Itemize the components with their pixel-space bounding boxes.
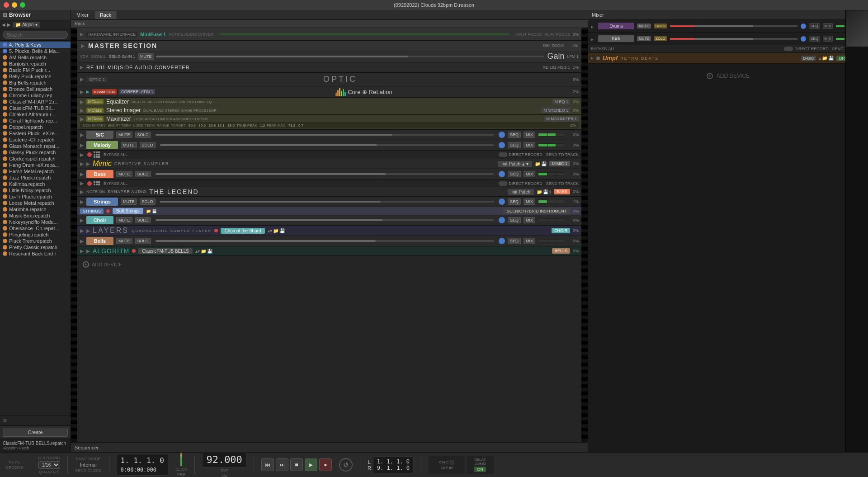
mixer-drums-solo[interactable]: SOLO <box>654 24 667 28</box>
rewind-button[interactable]: ⏮ <box>261 458 274 471</box>
list-item[interactable]: Big Bells.repatch <box>0 80 71 86</box>
mimic-expand-icon[interactable]: ▶ <box>80 152 84 158</box>
layers-preset-icon[interactable]: ▴▾ <box>268 228 272 233</box>
mixer-kick-mute[interactable]: MUTE <box>637 36 651 41</box>
sidebar-item-plucks-bells[interactable]: 5. Plucks, Bells & Ma... <box>0 48 71 54</box>
bells-mute-button[interactable]: MUTE <box>116 238 132 244</box>
melody-pan-knob[interactable] <box>499 142 505 148</box>
list-item[interactable]: Nokeysynclfio Modu... <box>0 219 71 225</box>
search-input[interactable] <box>3 31 68 39</box>
melody-mix-button[interactable]: MIX <box>524 142 535 148</box>
mimic-direct-toggle[interactable] <box>499 152 508 157</box>
legend-preset[interactable]: Init Patch <box>508 189 534 195</box>
strings-expand-icon[interactable]: ▶ <box>80 199 84 205</box>
layers-save-icon[interactable]: 💾 <box>279 228 285 233</box>
layers-expand-icon[interactable]: ▶ <box>80 228 84 234</box>
mixer-drums-fader[interactable] <box>670 25 798 27</box>
choir-fader[interactable] <box>156 219 494 221</box>
tab-rack[interactable]: Rack <box>94 11 117 19</box>
mixer-drums-seq[interactable]: SEQ <box>809 23 820 29</box>
algoritm-preset[interactable]: ClassicFM-TUB BELLS <box>138 248 193 254</box>
loop-button[interactable]: ↺ <box>339 458 353 472</box>
mixer-kick-seq[interactable]: SEQ <box>809 36 820 42</box>
algoritm-expand-icon[interactable]: ▶ <box>80 248 84 254</box>
list-item[interactable]: Pluck Trem.repatch <box>0 238 71 244</box>
list-item[interactable]: Bronze Bell.repatch <box>0 86 71 92</box>
layers-folder-icon[interactable]: 📁 <box>273 228 278 233</box>
list-item[interactable]: Musik Box.repatch <box>0 213 71 219</box>
list-item[interactable]: Glockenspiel.repatch <box>0 156 71 162</box>
minimize-button[interactable] <box>12 2 17 8</box>
master-expand-icon[interactable]: ▶ <box>81 43 85 49</box>
retro-save-icon[interactable]: 💾 <box>828 56 834 61</box>
mimic-folder-icon[interactable]: 📁 <box>535 161 540 166</box>
legend-info-icon[interactable]: ℹ <box>549 189 551 194</box>
list-item[interactable]: Little Noisy.repatch <box>0 187 71 194</box>
strings-folder-icon[interactable]: 📁 <box>146 209 151 213</box>
legend-expand-icon[interactable]: ▶ <box>80 180 84 186</box>
choir-seq-button[interactable]: SEQ <box>508 217 521 223</box>
right-add-device-button[interactable]: + ADD DEVICE <box>707 73 750 79</box>
list-item[interactable]: ClassicFM-HARP 2.r... <box>0 99 71 105</box>
strings-mute-button[interactable]: MUTE <box>121 198 137 205</box>
sc-fader[interactable] <box>156 134 494 136</box>
mix-drums-expand[interactable]: ▶ <box>591 24 595 29</box>
algoritm-preset-icon[interactable]: ▴▾ <box>195 249 200 254</box>
algoritm-expand2-icon[interactable]: ▶ <box>86 248 90 254</box>
re181-expand-icon[interactable]: ▶ <box>80 65 84 70</box>
maximize-button[interactable] <box>20 2 25 8</box>
melody-expand-icon[interactable]: ▶ <box>80 142 84 148</box>
bells-fader[interactable] <box>156 240 494 242</box>
retro-folder-icon[interactable]: 📁 <box>822 56 827 61</box>
max-expand-icon[interactable]: ▶ <box>80 116 84 122</box>
list-item[interactable]: Cloaked Albtraum.r... <box>0 111 71 118</box>
list-item[interactable]: Basic FM Pluck r... <box>0 67 71 73</box>
strings-solo-button[interactable]: SOLO <box>140 198 156 205</box>
list-item[interactable]: Glass Monarch.repat... <box>0 143 71 149</box>
strings-seq-button[interactable]: SEQ <box>508 198 521 205</box>
choir-pan-knob[interactable] <box>499 217 505 223</box>
expand-icon[interactable]: ▶ <box>80 32 84 37</box>
legend-p-expand-icon[interactable]: ▶ <box>80 189 84 195</box>
melody-seq-button[interactable]: SEQ <box>508 142 521 148</box>
list-item[interactable]: Loose Metal.repatch <box>0 200 71 206</box>
stop-button[interactable]: ■ <box>290 458 303 471</box>
list-item[interactable]: Kalimba.repatch <box>0 181 71 187</box>
bass-solo-button[interactable]: SOLO <box>135 171 151 177</box>
mixer-kick-fader[interactable] <box>670 38 798 40</box>
strings-save-icon[interactable]: 💾 <box>152 209 157 213</box>
cr-expand-icon[interactable]: ▶ <box>80 89 84 95</box>
melody-mute-button[interactable]: MUTE <box>121 142 137 148</box>
bass-mix-button[interactable]: MIX <box>524 171 535 177</box>
sc-expand-icon[interactable]: ▶ <box>80 132 84 138</box>
calc-checkbox[interactable] <box>450 460 454 465</box>
close-button[interactable] <box>4 2 9 8</box>
settings-icon[interactable]: ⚙ <box>3 418 7 424</box>
add-device-button[interactable]: + ADD DEVICE <box>77 256 581 273</box>
sc-solo-button[interactable]: SOLO <box>135 132 151 138</box>
list-item[interactable]: Harsh Metal.repatch <box>0 168 71 175</box>
rack-strips[interactable]: ▶ HARDWARE INTERFACE MiniFuse 1 ACTIVE A… <box>77 28 581 442</box>
mix-kick-expand[interactable]: ▶ <box>591 36 595 42</box>
legend-direct-toggle[interactable] <box>499 181 508 186</box>
list-item[interactable]: Obeisance -Ch.repat... <box>0 225 71 231</box>
nav-forward[interactable]: ▶ <box>7 22 11 27</box>
sidebar-item-poly-keys[interactable]: 4. Poly & Keys <box>0 42 71 48</box>
legend-folder-icon[interactable]: 📁 <box>537 189 542 194</box>
right-bypass-btn[interactable]: BYPASS ALL <box>591 47 615 51</box>
sc-mix-button[interactable]: MIX <box>524 132 535 138</box>
list-item[interactable]: Coral Highlands.rep... <box>0 118 71 124</box>
mixer-drums-mute[interactable]: MUTE <box>637 24 651 28</box>
choir-expand-icon[interactable]: ▶ <box>80 217 84 223</box>
list-item[interactable]: Belly Pluck.repatch <box>0 73 71 80</box>
strings-mix-button[interactable]: MIX <box>524 198 535 205</box>
strings-preset[interactable]: Soft Strings <box>113 208 143 214</box>
choir-solo-button[interactable]: SOLO <box>135 217 151 223</box>
melody-solo-button[interactable]: SOLO <box>140 142 156 148</box>
sidebar-item-chrome-lullaby[interactable]: Chrome Lullaby rep <box>0 92 71 99</box>
list-item[interactable]: Marimba.repatch <box>0 206 71 213</box>
fast-forward-button[interactable]: ⏭ <box>276 458 288 471</box>
quantize-select[interactable]: 1/16 1/8 1/4 <box>38 461 60 469</box>
list-item[interactable]: Doppel.repatch <box>0 124 71 130</box>
mixer-drums-pan[interactable] <box>801 24 806 29</box>
